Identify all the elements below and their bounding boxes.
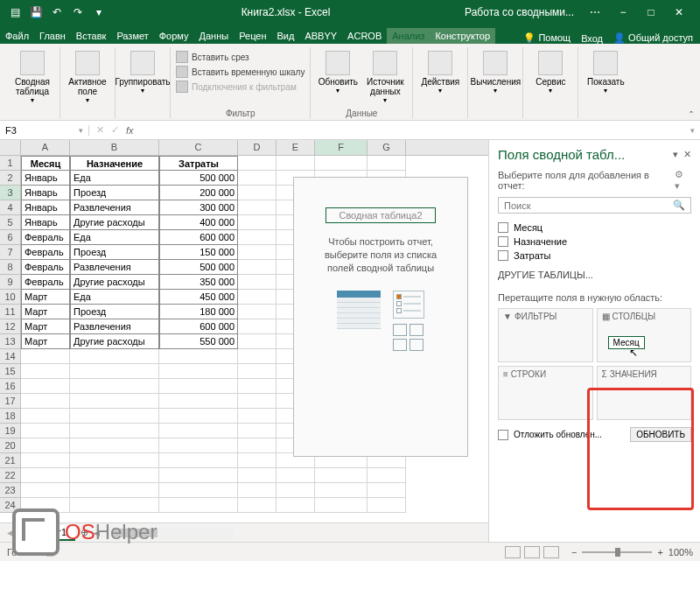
cell[interactable]: Февраль bbox=[21, 260, 70, 275]
tab-formulas[interactable]: Форму bbox=[154, 28, 194, 44]
name-box[interactable]: F3▾ bbox=[0, 125, 89, 136]
col-header[interactable]: B bbox=[70, 140, 159, 155]
cell[interactable]: Январь bbox=[21, 186, 70, 200]
col-header[interactable]: F bbox=[315, 140, 368, 155]
actions-button[interactable]: Действия▾ bbox=[418, 47, 462, 95]
cell[interactable] bbox=[159, 394, 238, 409]
cell[interactable] bbox=[21, 424, 70, 438]
cell[interactable]: Развлечения bbox=[70, 319, 159, 334]
cell[interactable] bbox=[368, 156, 406, 171]
zoom-out-icon[interactable]: − bbox=[571, 547, 577, 557]
page-layout-view-icon[interactable] bbox=[524, 546, 540, 558]
row-header[interactable]: 3 bbox=[0, 186, 21, 200]
zoom-slider[interactable] bbox=[582, 551, 652, 553]
cell[interactable]: 500 000 bbox=[159, 260, 238, 275]
cell[interactable] bbox=[238, 453, 276, 468]
cell[interactable] bbox=[238, 319, 276, 334]
cell[interactable]: 400 000 bbox=[159, 215, 238, 230]
tab-acrobat[interactable]: ACROB bbox=[342, 28, 387, 44]
tab-design[interactable]: Конструктор bbox=[430, 28, 495, 44]
tab-home[interactable]: Главн bbox=[34, 28, 71, 44]
values-area[interactable]: ΣЗНАЧЕНИЯ bbox=[597, 366, 692, 420]
cell[interactable] bbox=[21, 379, 70, 394]
cell[interactable] bbox=[238, 260, 276, 275]
cell[interactable] bbox=[238, 156, 276, 171]
row-header[interactable]: 13 bbox=[0, 334, 21, 349]
share-button[interactable]: 👤 Общий доступ bbox=[613, 32, 693, 44]
cell[interactable] bbox=[70, 468, 159, 483]
calculations-button[interactable]: Вычисления▾ bbox=[473, 47, 517, 95]
cell[interactable] bbox=[238, 394, 276, 409]
expand-formula-icon[interactable]: ▾ bbox=[685, 126, 700, 135]
undo-icon[interactable]: ↶ bbox=[49, 4, 65, 20]
pane-dropdown-icon[interactable]: ▾ bbox=[673, 149, 678, 160]
cell[interactable] bbox=[276, 156, 315, 171]
cell[interactable]: Январь bbox=[21, 200, 70, 215]
search-input[interactable] bbox=[504, 200, 673, 211]
defer-checkbox[interactable] bbox=[498, 430, 508, 440]
cell[interactable] bbox=[159, 438, 238, 453]
cell[interactable] bbox=[70, 364, 159, 379]
cell[interactable] bbox=[21, 468, 70, 483]
cell[interactable] bbox=[238, 424, 276, 438]
row-header[interactable]: 10 bbox=[0, 290, 21, 305]
row-header[interactable]: 5 bbox=[0, 215, 21, 230]
row-header[interactable]: 1 bbox=[0, 156, 21, 171]
cell[interactable] bbox=[238, 290, 276, 305]
tab-view[interactable]: Вид bbox=[272, 28, 300, 44]
cell[interactable]: Март bbox=[21, 319, 70, 334]
cell[interactable]: Март bbox=[21, 334, 70, 349]
maximize-icon[interactable]: □ bbox=[640, 6, 662, 18]
cell[interactable]: Февраль bbox=[21, 230, 70, 245]
cell[interactable] bbox=[238, 215, 276, 230]
other-tables-link[interactable]: ДРУГИЕ ТАБЛИЦЫ... bbox=[498, 270, 691, 280]
col-header[interactable]: G bbox=[368, 140, 406, 155]
cell[interactable] bbox=[238, 349, 276, 364]
row-header[interactable]: 18 bbox=[0, 409, 21, 424]
row-header[interactable]: 2 bbox=[0, 171, 21, 186]
cell[interactable] bbox=[238, 245, 276, 260]
cell[interactable] bbox=[276, 498, 315, 513]
filter-connections-button[interactable]: Подключения к фильтрам bbox=[176, 81, 304, 93]
group-button[interactable]: Группировать▾ bbox=[121, 47, 164, 95]
field-item[interactable]: Затраты bbox=[498, 249, 691, 263]
cell[interactable] bbox=[238, 379, 276, 394]
tools-button[interactable]: Сервис▾ bbox=[528, 47, 572, 95]
cell[interactable] bbox=[315, 498, 368, 513]
col-header[interactable]: D bbox=[238, 140, 276, 155]
cell[interactable] bbox=[315, 468, 368, 483]
row-header[interactable]: 19 bbox=[0, 424, 21, 438]
pane-close-icon[interactable]: ✕ bbox=[683, 149, 691, 160]
cell[interactable]: Проезд bbox=[70, 305, 159, 319]
cell[interactable] bbox=[159, 409, 238, 424]
cell-header[interactable]: Месяц bbox=[21, 156, 70, 171]
cell[interactable] bbox=[21, 409, 70, 424]
cell[interactable]: Развлечения bbox=[70, 260, 159, 275]
update-button[interactable]: ОБНОВИТЬ bbox=[630, 427, 691, 442]
cell[interactable] bbox=[159, 379, 238, 394]
cell[interactable] bbox=[238, 171, 276, 186]
cell[interactable]: 450 000 bbox=[159, 290, 238, 305]
cell[interactable] bbox=[276, 468, 315, 483]
zoom-in-icon[interactable]: + bbox=[657, 547, 662, 557]
row-header[interactable]: 16 bbox=[0, 379, 21, 394]
file-icon[interactable]: ▤ bbox=[7, 4, 23, 20]
cell[interactable] bbox=[21, 438, 70, 453]
row-header[interactable]: 12 bbox=[0, 319, 21, 334]
tab-analyze[interactable]: Анализ bbox=[387, 28, 430, 44]
cell[interactable] bbox=[70, 394, 159, 409]
cell[interactable]: Еда bbox=[70, 171, 159, 186]
cell[interactable] bbox=[21, 453, 70, 468]
tab-abbyy[interactable]: ABBYY bbox=[299, 28, 342, 44]
cell[interactable] bbox=[159, 468, 238, 483]
cell[interactable]: Февраль bbox=[21, 275, 70, 290]
confirm-formula-icon[interactable]: ✓ bbox=[111, 124, 119, 136]
gear-icon[interactable]: ⚙ ▾ bbox=[675, 169, 691, 192]
tab-layout[interactable]: Размет bbox=[111, 28, 153, 44]
cell[interactable]: 600 000 bbox=[159, 319, 238, 334]
columns-area[interactable]: ▦СТОЛБЦЫ Месяц ↖ bbox=[597, 308, 692, 362]
cell[interactable] bbox=[70, 379, 159, 394]
zoom-level[interactable]: 100% bbox=[668, 547, 693, 557]
cell[interactable] bbox=[70, 409, 159, 424]
cell[interactable]: Развлечения bbox=[70, 200, 159, 215]
